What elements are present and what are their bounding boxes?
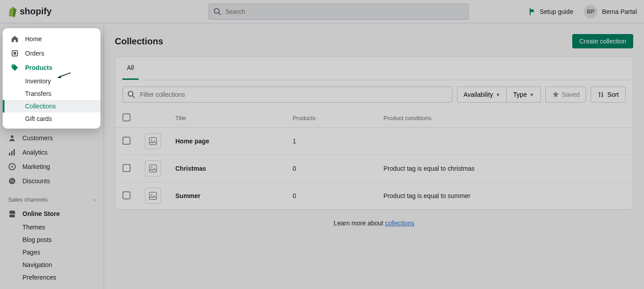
svg-line-1 bbox=[219, 13, 221, 15]
caret-down-icon: ▼ bbox=[530, 92, 534, 97]
select-all-checkbox[interactable] bbox=[122, 113, 131, 121]
sidebar-item-home[interactable]: Home bbox=[3, 32, 100, 46]
sidebar-sub-blog-posts[interactable]: Blog posts bbox=[0, 233, 104, 246]
row-conditions bbox=[376, 128, 633, 155]
row-checkbox[interactable] bbox=[122, 137, 131, 145]
sort-button[interactable]: Sort bbox=[591, 86, 626, 103]
col-title: Title bbox=[168, 109, 285, 128]
svg-text:%: % bbox=[10, 179, 14, 184]
setup-guide-label: Setup guide bbox=[540, 8, 573, 15]
svg-line-11 bbox=[133, 96, 135, 98]
collections-table: Title Products Product conditions Home p… bbox=[115, 109, 633, 209]
home-icon bbox=[11, 35, 19, 43]
svg-point-10 bbox=[128, 91, 133, 96]
collections-card: All Availability ▼ Type ▼ bbox=[115, 56, 633, 210]
svg-point-2 bbox=[11, 135, 13, 138]
flag-icon bbox=[529, 8, 536, 15]
table-row[interactable]: Christmas0Product tag is equal to christ… bbox=[115, 155, 633, 182]
sidebar-sub-transfers[interactable]: Transfers bbox=[3, 87, 100, 100]
tab-all[interactable]: All bbox=[122, 57, 139, 80]
shopify-logo[interactable]: shopify bbox=[7, 6, 52, 17]
topbar: shopify Setup guide BP Berna Partal bbox=[0, 0, 644, 23]
sort-icon bbox=[597, 91, 605, 98]
sidebar-item-orders[interactable]: Orders bbox=[3, 46, 100, 60]
sidebar-sub-collections[interactable]: Collections bbox=[3, 100, 100, 112]
sidebar-sub-pages[interactable]: Pages bbox=[0, 246, 104, 259]
sidebar-item-online-store[interactable]: Online Store bbox=[0, 207, 104, 221]
image-placeholder-icon bbox=[145, 160, 161, 177]
sidebar-item-marketing[interactable]: Marketing bbox=[0, 160, 104, 174]
discount-icon: % bbox=[8, 177, 16, 185]
table-row[interactable]: Summer0Product tag is equal to summer bbox=[115, 182, 633, 210]
store-icon bbox=[8, 210, 16, 218]
table-row[interactable]: Home page1 bbox=[115, 128, 633, 155]
filter-availability-button[interactable]: Availability ▼ bbox=[457, 86, 507, 103]
main-content: Collections Create collection All Availa… bbox=[104, 23, 644, 289]
search-icon bbox=[213, 8, 222, 16]
image-placeholder-icon bbox=[145, 133, 161, 149]
filter-input[interactable] bbox=[140, 91, 448, 98]
svg-rect-16 bbox=[149, 192, 157, 199]
analytics-icon bbox=[8, 148, 16, 156]
user-icon bbox=[8, 134, 16, 142]
row-products: 1 bbox=[285, 128, 376, 155]
tag-icon bbox=[11, 64, 19, 72]
svg-point-7 bbox=[11, 166, 13, 168]
sidebar-item-analytics[interactable]: Analytics bbox=[0, 145, 104, 160]
sidebar-sub-themes[interactable]: Themes bbox=[0, 221, 104, 233]
svg-rect-14 bbox=[149, 165, 157, 172]
row-title: Summer bbox=[175, 192, 200, 199]
setup-guide-link[interactable]: Setup guide bbox=[529, 8, 573, 15]
image-placeholder-icon bbox=[145, 188, 161, 204]
star-icon bbox=[552, 91, 559, 98]
user-menu[interactable]: BP Berna Partal bbox=[584, 5, 637, 18]
svg-rect-3 bbox=[9, 153, 10, 155]
svg-rect-19 bbox=[13, 52, 16, 55]
filter-collections[interactable] bbox=[122, 86, 453, 103]
row-title: Home page bbox=[175, 138, 209, 145]
sidebar-sub-preferences[interactable]: Preferences bbox=[0, 271, 104, 284]
svg-point-17 bbox=[151, 194, 152, 195]
sidebar-item-customers[interactable]: Customers bbox=[0, 131, 104, 145]
sidebar-sub-gift-cards[interactable]: Gift cards bbox=[3, 112, 100, 125]
col-conditions: Product conditions bbox=[376, 109, 633, 128]
row-checkbox[interactable] bbox=[122, 164, 131, 172]
sidebar-sub-inventory[interactable]: Inventory bbox=[3, 75, 100, 87]
brand-text: shopify bbox=[20, 6, 52, 17]
sidebar-sub-navigation[interactable]: Navigation bbox=[0, 259, 104, 271]
orders-icon bbox=[11, 49, 19, 57]
col-products: Products bbox=[285, 109, 376, 128]
sales-channels-header: Sales channels › bbox=[0, 188, 104, 207]
search-icon bbox=[127, 91, 135, 99]
row-products: 0 bbox=[285, 182, 376, 210]
search-input[interactable] bbox=[225, 8, 464, 15]
user-name: Berna Partal bbox=[602, 8, 637, 15]
svg-point-13 bbox=[151, 139, 152, 141]
sidebar-item-products[interactable]: Products bbox=[3, 60, 100, 75]
avatar: BP bbox=[584, 5, 597, 18]
chevron-right-icon[interactable]: › bbox=[94, 196, 96, 203]
filter-type-button[interactable]: Type ▼ bbox=[507, 86, 540, 103]
page-title: Collections bbox=[115, 36, 163, 47]
svg-rect-12 bbox=[149, 138, 157, 145]
sidebar-item-discounts[interactable]: % Discounts bbox=[0, 174, 104, 188]
row-products: 0 bbox=[285, 155, 376, 182]
svg-point-15 bbox=[151, 167, 152, 168]
target-icon bbox=[8, 163, 16, 171]
create-collection-button[interactable]: Create collection bbox=[572, 34, 633, 48]
row-title: Christmas bbox=[175, 165, 206, 172]
svg-marker-21 bbox=[57, 75, 61, 78]
apps-header: Apps › bbox=[0, 284, 104, 289]
row-conditions: Product tag is equal to summer bbox=[376, 182, 633, 210]
saved-button[interactable]: Saved bbox=[545, 86, 587, 103]
collections-help-link[interactable]: collections bbox=[385, 220, 414, 227]
products-submenu-popup: Home Orders Products Inventory Transfers… bbox=[3, 28, 100, 129]
caret-down-icon: ▼ bbox=[496, 92, 500, 97]
svg-rect-4 bbox=[11, 151, 13, 155]
global-search[interactable] bbox=[209, 4, 469, 20]
learn-more: Learn more about collections bbox=[115, 210, 633, 237]
svg-rect-5 bbox=[13, 149, 15, 155]
row-checkbox[interactable] bbox=[122, 191, 131, 199]
row-conditions: Product tag is equal to christmas bbox=[376, 155, 633, 182]
svg-point-0 bbox=[214, 8, 219, 13]
